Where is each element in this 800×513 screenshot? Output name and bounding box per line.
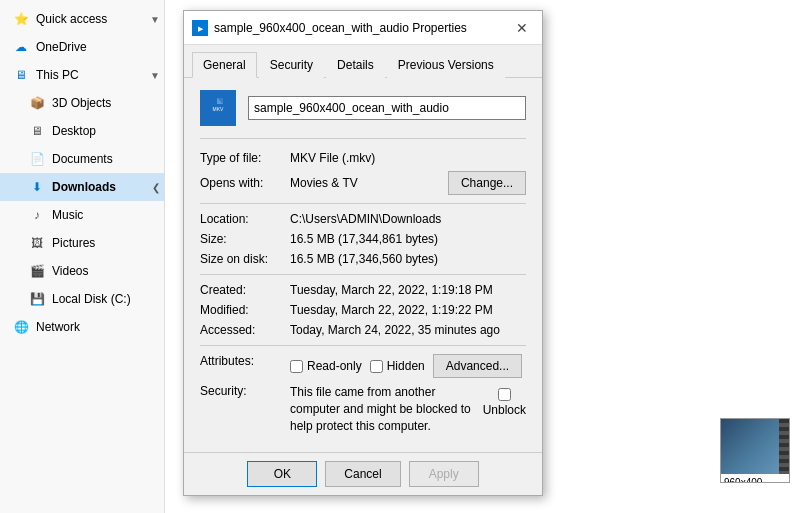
thumbnail-strip (779, 419, 790, 474)
hidden-checkbox-item: Hidden (370, 359, 425, 373)
accessed-row: Accessed: Today, March 24, 2022, 35 minu… (200, 323, 526, 337)
accessed-label: Accessed: (200, 323, 290, 337)
sidebar-item-quick-access[interactable]: ⭐ Quick access ▼ (0, 5, 164, 33)
dialog-titlebar: ▶ sample_960x400_ocean_with_audio Proper… (184, 11, 542, 45)
sidebar-item-label: This PC (36, 68, 79, 82)
apply-button[interactable]: Apply (409, 461, 479, 487)
cancel-button[interactable]: Cancel (325, 461, 400, 487)
dialog-title: sample_960x400_ocean_with_audio Properti… (214, 21, 510, 35)
sidebar-item-onedrive[interactable]: ☁ OneDrive (0, 33, 164, 61)
documents-icon: 📄 (28, 150, 46, 168)
thumbnail-label: 960x400_ with_audi (721, 474, 789, 483)
sidebar-item-videos[interactable]: 🎬 Videos (0, 257, 164, 285)
readonly-checkbox-item: Read-only (290, 359, 362, 373)
svg-text:MKV: MKV (213, 106, 225, 112)
dialog-tabs: General Security Details Previous Versio… (184, 45, 542, 78)
change-button[interactable]: Change... (448, 171, 526, 195)
advanced-button[interactable]: Advanced... (433, 354, 522, 378)
modified-row: Modified: Tuesday, March 22, 2022, 1:19:… (200, 303, 526, 317)
modified-value: Tuesday, March 22, 2022, 1:19:22 PM (290, 303, 526, 317)
sidebar-item-label: Quick access (36, 12, 107, 26)
size-value: 16.5 MB (17,344,861 bytes) (290, 232, 526, 246)
tab-general[interactable]: General (192, 52, 257, 78)
accessed-value: Today, March 24, 2022, 35 minutes ago (290, 323, 526, 337)
sizeon-label: Size on disk: (200, 252, 290, 266)
onedrive-icon: ☁ (12, 38, 30, 56)
localdisk-icon: 💾 (28, 290, 46, 308)
music-icon: ♪ (28, 206, 46, 224)
opens-value: Movies & TV (290, 176, 440, 190)
tab-details[interactable]: Details (326, 52, 385, 78)
file-thumbnail: 960x400_ with_audi (720, 418, 790, 483)
size-row: Size: 16.5 MB (17,344,861 bytes) (200, 232, 526, 246)
sidebar-item-thispc[interactable]: 🖥 This PC ▼ (0, 61, 164, 89)
location-row: Location: C:\Users\ADMIN\Downloads (200, 212, 526, 226)
divider-1 (200, 203, 526, 204)
attributes-controls: Read-only Hidden Advanced... (290, 354, 522, 378)
sizeon-row: Size on disk: 16.5 MB (17,346,560 bytes) (200, 252, 526, 266)
sidebar-item-documents[interactable]: 📄 Documents (0, 145, 164, 173)
attributes-label: Attributes: (200, 354, 290, 368)
created-label: Created: (200, 283, 290, 297)
dialog-content: MKV Type of file: MKV File (.mkv) Opens … (184, 78, 542, 452)
sidebar-item-label: Local Disk (C:) (52, 292, 131, 306)
opens-with-row: Opens with: Movies & TV Change... (200, 171, 526, 195)
type-value: MKV File (.mkv) (290, 151, 526, 165)
sidebar-item-label: 3D Objects (52, 96, 111, 110)
location-label: Location: (200, 212, 290, 226)
sizeon-value: 16.5 MB (17,346,560 bytes) (290, 252, 526, 266)
sidebar-item-label: Pictures (52, 236, 95, 250)
thispc-icon: 🖥 (12, 66, 30, 84)
sidebar-item-network[interactable]: 🌐 Network (0, 313, 164, 341)
modified-label: Modified: (200, 303, 290, 317)
security-content: This file came from another computer and… (290, 384, 526, 434)
unblock-checkbox[interactable] (498, 388, 511, 401)
security-text: This file came from another computer and… (290, 384, 473, 434)
properties-dialog: ▶ sample_960x400_ocean_with_audio Proper… (183, 10, 543, 496)
type-row: Type of file: MKV File (.mkv) (200, 151, 526, 165)
readonly-checkbox[interactable] (290, 360, 303, 373)
quick-access-icon: ⭐ (12, 10, 30, 28)
type-label: Type of file: (200, 151, 290, 165)
sidebar-item-localdisk[interactable]: 💾 Local Disk (C:) (0, 285, 164, 313)
filename-input[interactable] (248, 96, 526, 120)
expand-arrow: ▼ (150, 70, 160, 81)
sidebar-item-desktop[interactable]: 🖥 Desktop (0, 117, 164, 145)
pictures-icon: 🖼 (28, 234, 46, 252)
ok-button[interactable]: OK (247, 461, 317, 487)
opens-label: Opens with: (200, 176, 290, 190)
sidebar-item-label: Music (52, 208, 83, 222)
sidebar-item-pictures[interactable]: 🖼 Pictures (0, 229, 164, 257)
hidden-label: Hidden (387, 359, 425, 373)
tab-security[interactable]: Security (259, 52, 324, 78)
collapse-arrow: ▼ (150, 14, 160, 25)
sidebar-item-3dobjects[interactable]: 📦 3D Objects (0, 89, 164, 117)
network-icon: 🌐 (12, 318, 30, 336)
sidebar-item-downloads[interactable]: ⬇ Downloads ❮ (0, 173, 164, 201)
sidebar-item-music[interactable]: ♪ Music (0, 201, 164, 229)
tab-previous-versions[interactable]: Previous Versions (387, 52, 505, 78)
created-row: Created: Tuesday, March 22, 2022, 1:19:1… (200, 283, 526, 297)
file-info-header: MKV (200, 90, 526, 139)
collapse-arrow-downloads: ❮ (152, 182, 160, 193)
divider-2 (200, 274, 526, 275)
file-icon-large: MKV (200, 90, 236, 126)
unblock-label: Unblock (483, 403, 526, 417)
divider-3 (200, 345, 526, 346)
dialog-title-icon: ▶ (192, 20, 208, 36)
readonly-label: Read-only (307, 359, 362, 373)
main-area: 960x400_ with_audi ▶ sample_960x400_ocea… (165, 0, 800, 513)
hidden-checkbox[interactable] (370, 360, 383, 373)
sidebar-item-label: OneDrive (36, 40, 87, 54)
downloads-icon: ⬇ (28, 178, 46, 196)
thumbnail-bg (721, 419, 790, 474)
desktop-icon: 🖥 (28, 122, 46, 140)
dialog-close-button[interactable]: ✕ (510, 16, 534, 40)
sidebar-item-label: Videos (52, 264, 88, 278)
sidebar-item-label: Documents (52, 152, 113, 166)
sidebar: ⭐ Quick access ▼ ☁ OneDrive 🖥 This PC ▼ … (0, 0, 165, 513)
created-value: Tuesday, March 22, 2022, 1:19:18 PM (290, 283, 526, 297)
security-row: Security: This file came from another co… (200, 384, 526, 434)
sidebar-item-label: Desktop (52, 124, 96, 138)
unblock-checkbox-item: Unblock (483, 388, 526, 417)
